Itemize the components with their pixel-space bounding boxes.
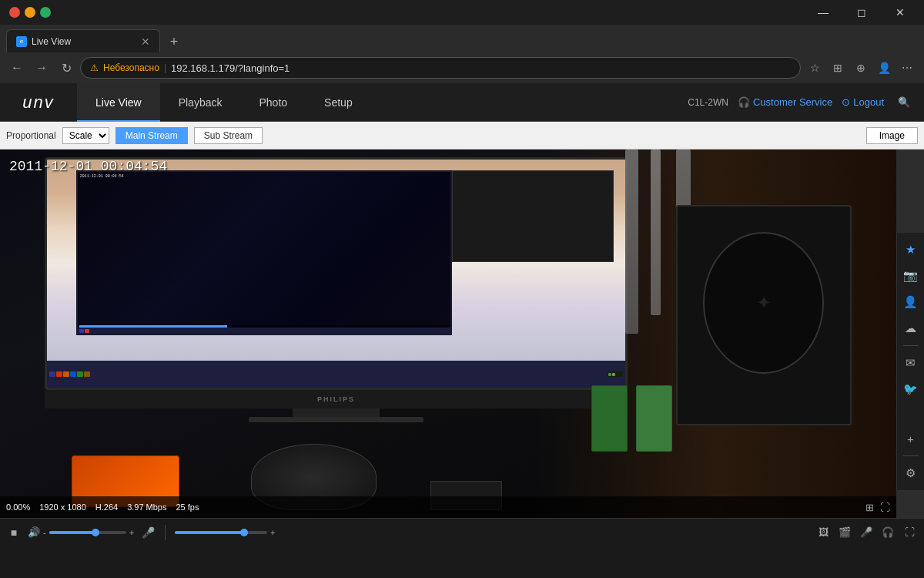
sub-stream-button[interactable]: Sub Stream (194, 127, 263, 144)
sidebar-divider-1 (903, 345, 919, 346)
monitor-right-panel (452, 170, 614, 262)
inner-video-content (78, 172, 450, 334)
minimize-button[interactable]: — (805, 0, 841, 25)
app-logo: unv (0, 92, 77, 113)
mic-ctrl-button[interactable]: 🎤 (858, 524, 875, 541)
title-bar: — ◻ ✕ (0, 0, 924, 25)
inner-timestamp: 2011-12-01 00:04:54 (80, 174, 124, 179)
browser-chrome: — ◻ ✕ e Live View ✕ + ← → ↻ ⚠ Небезопасн… (0, 0, 924, 83)
record-button[interactable]: 🎬 (836, 524, 853, 541)
monitor-screen-outer: 2011-12-01 00:04:54 (45, 157, 628, 391)
main-content: 2011-12-01 00:04:54 (0, 150, 924, 518)
volume-max-label: + (129, 528, 134, 537)
browser-tab-live-view[interactable]: e Live View ✕ (6, 29, 160, 52)
sidebar-divider-2 (903, 455, 919, 456)
window-maximize-dot[interactable] (40, 7, 51, 18)
monitor-display: 2011-12-01 00:04:54 (47, 160, 625, 388)
new-tab-button[interactable]: + (163, 31, 185, 52)
monitor-stand (293, 408, 380, 416)
taskbar-icon-6 (84, 371, 90, 377)
snapshot-button[interactable]: 🖼 (815, 524, 832, 541)
nav-item-setup[interactable]: Setup (306, 83, 371, 122)
video-status-bar: 0.00% 1920 x 1080 H.264 3.97 Mbps 25 fps… (0, 496, 896, 518)
close-button[interactable]: ✕ (882, 0, 918, 25)
monitor-container: 2011-12-01 00:04:54 (45, 157, 628, 422)
stream-fill (175, 531, 244, 534)
inner-taskbar-icon2 (85, 329, 89, 333)
monitor-brand: PHILIPS (317, 395, 355, 403)
cable-1 (625, 150, 638, 334)
sidebar-icon-settings[interactable]: ⚙ (900, 462, 922, 484)
inner-taskbar (78, 328, 450, 334)
stream-track[interactable] (175, 531, 267, 534)
tab-bar: e Live View ✕ + (0, 25, 924, 52)
audio-button[interactable]: 🎧 (879, 524, 896, 541)
app-container: unv Live View Playback Photo Setup C1L-2… (0, 83, 924, 546)
nav-item-photo[interactable]: Photo (240, 83, 306, 122)
monitor-taskbar-bar (47, 361, 625, 388)
logout-link[interactable]: ⊙ Logout (842, 96, 884, 108)
volume-thumb[interactable] (92, 529, 99, 536)
fullscreen-status-icon[interactable]: ⛶ (880, 502, 890, 513)
window-minimize-dot[interactable] (25, 7, 35, 18)
extensions-button[interactable]: ⊕ (850, 57, 872, 79)
url-text: 192.168.1.179/?langinfo=1 (171, 62, 791, 74)
video-timestamp: 2011-12-01 00:04:54 (9, 159, 167, 174)
device-name: C1L-2WN (688, 97, 728, 108)
restore-button[interactable]: ◻ (844, 0, 879, 25)
battery-pack-2 (591, 385, 628, 452)
stream-plus-label: + (270, 528, 275, 537)
sidebar-icon-add[interactable]: + (900, 428, 922, 449)
bookmark-button[interactable]: ☆ (804, 57, 825, 79)
tab-close-button[interactable]: ✕ (141, 35, 150, 48)
sidebar-icon-cloud[interactable]: ☁ (900, 318, 922, 339)
monitor-bezel-bottom: PHILIPS (45, 390, 628, 408)
inner-progress-bar (79, 325, 449, 328)
sidebar-icon-star[interactable]: ★ (900, 239, 922, 260)
forward-button[interactable]: → (31, 57, 52, 79)
app-header: unv Live View Playback Photo Setup C1L-2… (0, 83, 924, 122)
proportional-label: Proportional (6, 130, 56, 141)
nav-item-playback[interactable]: Playback (160, 83, 241, 122)
status-right-icons: ⊞ ⛶ (865, 502, 890, 513)
volume-track[interactable] (49, 531, 126, 534)
sidebar-icon-person[interactable]: 👤 (900, 291, 922, 313)
security-warning-icon: ⚠ (90, 62, 99, 73)
sidebar-icon-mail[interactable]: ✉ (900, 352, 922, 374)
tab-favicon: e (16, 36, 27, 47)
address-bar[interactable]: ⚠ Небезопасно | 192.168.1.179/?langinfo=… (80, 57, 801, 79)
scale-select[interactable]: Scale (62, 127, 109, 144)
mic-button[interactable]: 🎤 (140, 525, 156, 540)
stream-thumb[interactable] (240, 529, 248, 536)
taskbar-icon-5 (77, 371, 83, 377)
tab-title: Live View (32, 36, 136, 47)
sidebar-icon-camera[interactable]: 📷 (900, 265, 922, 287)
back-button[interactable]: ← (6, 57, 28, 79)
controls-right: 🖼 🎬 🎤 🎧 ⛶ (815, 524, 918, 541)
stop-button[interactable]: ■ (6, 525, 22, 540)
fullscreen-button[interactable]: ⛶ (901, 524, 918, 541)
volume-fill (49, 531, 95, 534)
browser-actions: ☆ ⊞ ⊕ 👤 ⋯ (804, 57, 918, 79)
headset-icon: 🎧 (738, 96, 750, 108)
image-button[interactable]: Image (866, 127, 918, 144)
equipment-area: ✦ (601, 150, 852, 518)
inner-progress-fill (79, 325, 227, 328)
fan-unit-1: ✦ (676, 205, 852, 426)
refresh-button[interactable]: ↻ (55, 57, 77, 79)
account-button[interactable]: 👤 (873, 57, 895, 79)
search-button[interactable]: 🔍 (893, 92, 915, 113)
settings-menu-button[interactable]: ⋯ (896, 57, 918, 79)
nav-item-live-view[interactable]: Live View (77, 83, 160, 122)
volume-icon: 🔊 (28, 526, 40, 538)
customer-service-link[interactable]: 🎧 Customer Service (738, 96, 832, 108)
nav-menu: Live View Playback Photo Setup (77, 83, 678, 122)
window-close-dot[interactable] (9, 7, 20, 18)
collections-button[interactable]: ⊞ (827, 57, 849, 79)
grid-icon[interactable]: ⊞ (865, 502, 874, 513)
stream-slider-group: + (175, 528, 275, 537)
main-stream-button[interactable]: Main Stream (116, 127, 188, 144)
sidebar-icon-twitter[interactable]: 🐦 (900, 378, 922, 400)
toolbar-right: Image (866, 127, 918, 144)
logout-icon: ⊙ (842, 96, 850, 108)
